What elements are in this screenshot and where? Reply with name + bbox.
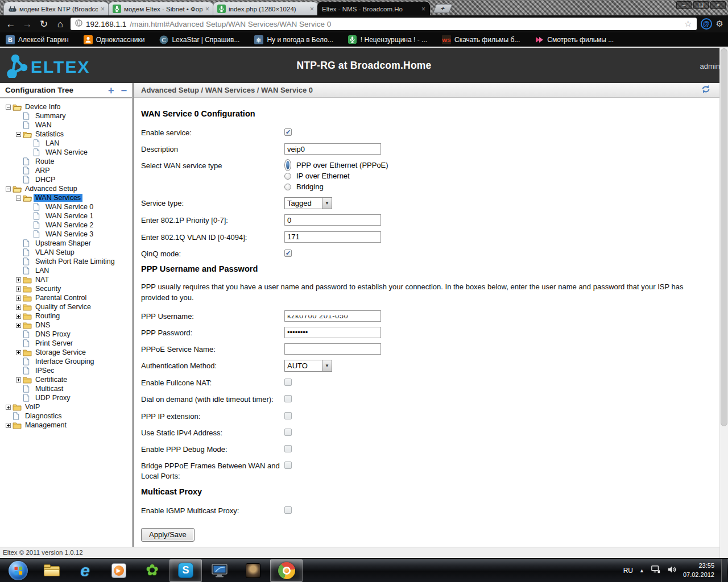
bookmark-скачать-фильмы-б[interactable]: WSСкачать фильмы б... xyxy=(442,35,520,44)
taskbar-icq[interactable]: ✿ xyxy=(136,559,168,582)
forward-icon[interactable]: → xyxy=(21,19,34,29)
tree-item-routing[interactable]: Routing xyxy=(0,311,132,321)
ppp-username-input[interactable]: kzk0700 201-050 xyxy=(284,310,381,322)
tree-item-print-server[interactable]: Print Server xyxy=(0,339,132,348)
expand-all-icon[interactable]: + xyxy=(108,85,114,95)
expand-icon[interactable] xyxy=(3,405,13,410)
language-indicator[interactable]: RU xyxy=(623,567,633,575)
collapse-icon[interactable] xyxy=(14,196,23,201)
expand-icon[interactable] xyxy=(14,314,23,319)
tree-item-management[interactable]: Management xyxy=(0,421,132,430)
back-icon[interactable]: ← xyxy=(5,19,17,29)
taskbar-media-center[interactable] xyxy=(203,559,235,582)
tab-close-icon[interactable]: × xyxy=(421,6,425,13)
taskbar-media-player[interactable]: ▶ xyxy=(102,559,135,582)
tree-item-udp-proxy[interactable]: UDP Proxy xyxy=(0,393,132,402)
enter-802-1p-priority-0-7-input[interactable]: 0 xyxy=(284,214,381,226)
tree-item-wan-service-0[interactable]: WAN Service 0 xyxy=(0,202,132,211)
expand-icon[interactable] xyxy=(14,286,23,292)
hidden-icons-icon[interactable]: ▲ xyxy=(639,568,644,573)
new-tab-button[interactable]: + xyxy=(433,4,453,13)
bookmark-star-icon[interactable]: ☆ xyxy=(684,19,692,29)
tree-item-lan[interactable]: LAN xyxy=(0,139,132,148)
dial-on-demand-with-idle-timeout-timer-checkbox[interactable] xyxy=(284,395,292,402)
radio-option-ip-over-ethernet[interactable]: IP over Ethernet xyxy=(284,171,388,181)
tree-item-summary[interactable]: Summary xyxy=(0,111,132,120)
tree-item-quality-of-service[interactable]: Quality of Service xyxy=(0,302,132,311)
tree-item-lan[interactable]: LAN xyxy=(0,266,132,275)
bookmark-ну-и-погода-в-бело[interactable]: ❄Ну и погода в Бело... xyxy=(254,35,333,44)
browser-tab-модем-eltex-ntp-broadcor[interactable]: модем Eltex NTP (Broadcor× xyxy=(3,2,109,15)
volume-icon[interactable] xyxy=(667,565,677,576)
enter-802-1q-vlan-id-0-4094-input[interactable]: 171 xyxy=(284,231,381,243)
tree-item-wan-service-3[interactable]: WAN Service 3 xyxy=(0,230,132,239)
taskbar-start-button[interactable] xyxy=(2,559,34,582)
enable-igmp-multicast-proxy-checkbox[interactable] xyxy=(284,506,292,514)
tree-item-switch-port-rate-limiting[interactable]: Switch Port Rate Limiting xyxy=(0,257,132,266)
description-input[interactable]: veip0 xyxy=(284,143,381,155)
tree-item-dhcp[interactable]: DHCP xyxy=(0,175,132,184)
tree-item-parental-control[interactable]: Parental Control xyxy=(0,293,132,302)
qinq-mode-checkbox[interactable]: ✔ xyxy=(284,250,292,257)
bookmark-одноклассники[interactable]: Одноклассники xyxy=(84,35,145,44)
tree-item-upstream-shaper[interactable]: Upstream Shaper xyxy=(0,239,132,248)
tree-item-dns[interactable]: DNS xyxy=(0,321,132,330)
radio-icon[interactable] xyxy=(284,159,291,171)
ppp-ip-extension-checkbox[interactable] xyxy=(284,412,292,419)
settings-wrench-icon[interactable]: ⚙ xyxy=(716,19,723,29)
radio-option-ppp-over-ethernet-pppoe[interactable]: PPP over Ethernet (PPPoE) xyxy=(284,160,388,171)
address-bar[interactable]: 192.168.1.1 /main.html#Advanced Setup/WA… xyxy=(71,18,697,30)
at-extension-icon[interactable]: @ xyxy=(701,18,712,30)
tree-item-nat[interactable]: NAT xyxy=(0,275,132,284)
collapse-icon[interactable] xyxy=(14,132,23,137)
taskbar-windows-explorer[interactable] xyxy=(35,559,68,582)
close-window-button[interactable]: × xyxy=(710,1,726,9)
tree-item-voip[interactable]: VoIP xyxy=(0,402,132,411)
expand-icon[interactable] xyxy=(14,305,23,310)
tree-item-dns-proxy[interactable]: DNS Proxy xyxy=(0,330,132,339)
tree-item-security[interactable]: Security xyxy=(0,284,132,293)
expand-icon[interactable] xyxy=(14,296,23,301)
expand-icon[interactable] xyxy=(14,377,23,383)
browser-tab-eltex-nms-broadcom-ho[interactable]: Eltex - NMS - Broadcom.Ho× xyxy=(317,2,430,15)
collapse-icon[interactable] xyxy=(3,105,13,110)
tree-item-wan-service-2[interactable]: WAN Service 2 xyxy=(0,221,132,230)
use-static-ipv4-address-checkbox[interactable] xyxy=(284,429,292,436)
authentication-method-select[interactable]: AUTO▼ xyxy=(284,360,332,372)
tree-item-vlan-setup[interactable]: VLAN Setup xyxy=(0,248,132,257)
network-icon[interactable] xyxy=(651,565,661,576)
tree-item-storage-service[interactable]: Storage Service xyxy=(0,348,132,357)
expand-icon[interactable] xyxy=(14,323,23,328)
apply-save-button[interactable]: Apply/Save xyxy=(141,528,195,542)
reload-icon[interactable]: ↻ xyxy=(38,19,50,29)
taskbar-skype[interactable]: S xyxy=(169,559,202,582)
enable-ppp-debug-mode-checkbox[interactable] xyxy=(284,445,292,452)
taskbar-clock[interactable]: 23:55 07.02.2012 xyxy=(683,562,714,579)
tree-item-wan[interactable]: WAN xyxy=(0,120,132,130)
tree-item-wan-service[interactable]: WAN Service xyxy=(0,148,132,157)
radio-option-bridging[interactable]: Bridging xyxy=(284,181,388,192)
tree-item-device-info[interactable]: Device Info xyxy=(0,102,132,111)
expand-icon[interactable] xyxy=(3,423,13,428)
taskbar-photo-app[interactable] xyxy=(237,559,269,582)
tree-item-diagnostics[interactable]: Diagnostics xyxy=(0,411,132,421)
tree-item-ipsec[interactable]: IPSec xyxy=(0,366,132,375)
tab-close-icon[interactable]: × xyxy=(205,6,209,13)
tree-item-multicast[interactable]: Multicast xyxy=(0,384,132,393)
enable-service-checkbox[interactable]: ✔ xyxy=(284,128,292,136)
tree-item-arp[interactable]: ARP xyxy=(0,166,132,175)
tree-item-statistics[interactable]: Statistics xyxy=(0,130,132,139)
expand-icon[interactable] xyxy=(14,350,23,355)
page-scrollbar[interactable] xyxy=(719,48,728,558)
enable-fullcone-nat-checkbox[interactable] xyxy=(284,379,292,386)
tree-item-advanced-setup[interactable]: Advanced Setup xyxy=(0,184,132,193)
bookmark-lexastar-спрашив[interactable]: CLexaStar | Спрашив... xyxy=(159,35,239,44)
tree-item-wan-services[interactable]: WAN Services xyxy=(0,193,132,202)
home-icon[interactable]: ⌂ xyxy=(54,19,67,29)
minimize-window-button[interactable]: – xyxy=(676,1,692,9)
tree-item-interface-grouping[interactable]: Interface Grouping xyxy=(0,357,132,366)
taskbar-internet-explorer[interactable]: e xyxy=(69,559,101,582)
tree-item-certificate[interactable]: Certificate xyxy=(0,375,132,384)
tree-item-route[interactable]: Route xyxy=(0,157,132,166)
taskbar-chrome-browser[interactable] xyxy=(270,559,303,582)
